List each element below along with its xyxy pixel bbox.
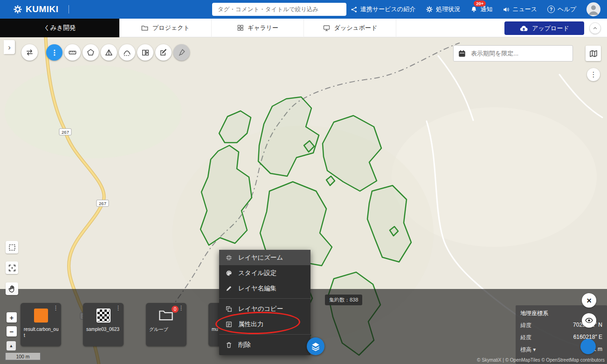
area-select-button[interactable] [6, 241, 18, 254]
panel-menu-button[interactable] [580, 339, 596, 354]
coordinates-panel: 地理座標系 緯度 7029171″ N 経度 6160218″ E 標高 ▾ 7… [516, 305, 607, 364]
nav-help[interactable]: ? ヘルプ [547, 5, 576, 14]
terrain-tool-button[interactable] [119, 44, 135, 61]
dashed-select-icon [8, 243, 16, 252]
group-count-badge: 0 [172, 306, 179, 313]
scale-label: 100 m [16, 354, 29, 359]
cloud-upload-icon [519, 25, 528, 32]
nav-services-label: 連携サービスの紹介 [360, 5, 415, 14]
menu-item-zoom-to-layer[interactable]: レイヤにズーム [219, 250, 310, 265]
card-menu-icon[interactable]: ⋮ [178, 304, 184, 311]
menu-item-label: レイヤ名編集 [238, 284, 276, 293]
paint-tool-button [173, 44, 190, 61]
nav-help-label: ヘルプ [558, 5, 576, 14]
close-icon: ✕ [586, 297, 592, 304]
zoom-out-button[interactable]: − [7, 326, 17, 337]
coords-label[interactable]: 標高 ▾ [520, 346, 536, 354]
layer-card-sample03[interactable]: ⋮ sample03_0623 [83, 303, 124, 346]
global-search [212, 3, 346, 16]
tab-projects-label: プロジェクト [152, 24, 190, 32]
menu-item-label: 削除 [238, 341, 251, 349]
more-tools-button[interactable] [46, 44, 62, 61]
layer-card-group[interactable]: ⋮ 0 グループ [146, 303, 186, 346]
nav-news[interactable]: ニュース [503, 5, 537, 14]
chevron-up-icon [592, 25, 598, 31]
monitor-icon [323, 24, 331, 32]
person-icon [586, 2, 600, 16]
folder-icon [141, 24, 149, 31]
zoom-in-button[interactable]: + [7, 312, 17, 323]
vertical-dots-icon [50, 48, 59, 57]
nav-processing-status[interactable]: 処理状況 [426, 5, 460, 14]
nav-status-label: 処理状況 [436, 5, 460, 14]
speaker-icon [503, 6, 510, 13]
chevron-right-icon: › [8, 43, 11, 52]
map-more-button[interactable]: ⋮ [587, 68, 600, 81]
copy-icon [225, 305, 233, 313]
focus-extent-button[interactable] [6, 261, 18, 274]
close-panel-button[interactable]: ✕ [582, 293, 596, 308]
hand-icon [8, 285, 16, 293]
nav-services[interactable]: 連携サービスの紹介 [351, 5, 415, 14]
basemap-style-button[interactable] [586, 46, 601, 61]
slope-tool-button[interactable] [101, 44, 117, 61]
notifications-badge: 20+ [474, 0, 486, 7]
scale-bar: 100 m [5, 353, 41, 361]
measure-tool-button[interactable] [64, 44, 81, 61]
tab-dashboard[interactable]: ダッシュボード [304, 19, 396, 37]
collapse-toolbar-button[interactable] [589, 22, 601, 34]
brand[interactable]: KUMIKI [0, 4, 69, 14]
nav-notifications[interactable]: 20+ 通知 [470, 5, 492, 14]
layer-context-menu: レイヤにズーム スタイル設定 レイヤ名編集 [219, 250, 310, 355]
layer-card-label: sample03_0623 [86, 326, 122, 332]
attribute-table-icon [225, 321, 233, 328]
card-menu-icon[interactable]: ⋮ [53, 304, 59, 311]
menu-item-label: レイヤのコピー [238, 305, 283, 313]
edit-tool-button[interactable] [155, 44, 172, 61]
card-menu-icon[interactable]: ⋮ [115, 304, 121, 311]
brand-gear-icon [13, 5, 22, 14]
visibility-button[interactable] [582, 313, 596, 328]
road-badge: 267 [59, 129, 71, 135]
palette-icon [225, 269, 233, 277]
tab-gallery-label: ギャラリー [248, 24, 278, 32]
layer-card-label: グループ [149, 326, 185, 332]
tab-workspace[interactable]: くみき開発 [0, 19, 119, 37]
map-icon [589, 49, 598, 58]
menu-divider [219, 298, 310, 299]
polygon-tool-button[interactable] [83, 44, 99, 61]
bell-icon [470, 6, 477, 13]
layer-thumbnail [97, 309, 110, 323]
map-attribution: © SkymatiX | © OpenMapTiles © OpenStreet… [477, 357, 605, 363]
menu-item-label: 属性出力 [238, 320, 263, 329]
tab-projects[interactable]: プロジェクト [119, 19, 212, 37]
pencil-icon [225, 285, 233, 292]
top-header: KUMIKI 連携サービスの紹介 [0, 0, 607, 19]
layer-card-result-carbon-out[interactable]: ⋮ result.carbon_out [21, 303, 61, 346]
avatar[interactable] [586, 2, 600, 16]
road-badge: 267 [97, 200, 109, 206]
ruler-icon [68, 48, 77, 57]
expand-side-panel-button[interactable]: › [4, 40, 15, 54]
workspace-label: くみき開発 [44, 24, 76, 32]
menu-item-copy-layer[interactable]: レイヤのコピー [219, 301, 310, 316]
app-window: KUMIKI 連携サービスの紹介 [0, 0, 607, 364]
pan-hand-button[interactable] [6, 282, 18, 295]
search-input[interactable] [212, 6, 346, 13]
menu-item-style-settings[interactable]: スタイル設定 [219, 265, 310, 281]
date-range-input[interactable] [470, 49, 568, 57]
swap-tool-button[interactable] [21, 44, 38, 61]
layout-grid-icon [141, 48, 150, 57]
layers-cluster-button[interactable] [307, 337, 324, 355]
brush-icon [177, 48, 186, 57]
layer-thumbnail [34, 309, 48, 323]
north-arrow-button[interactable]: ▲ [7, 341, 16, 350]
upload-button[interactable]: アップロード [504, 21, 584, 35]
menu-item-rename-layer[interactable]: レイヤ名編集 [219, 281, 310, 296]
menu-item-export-attributes[interactable]: 属性出力 [219, 316, 310, 332]
collage-tool-button[interactable] [137, 44, 153, 61]
map-area: 267 267 267 › [0, 37, 607, 364]
eye-icon [585, 316, 593, 325]
menu-item-delete-layer[interactable]: 削除 [219, 337, 310, 352]
tab-gallery[interactable]: ギャラリー [212, 19, 304, 37]
